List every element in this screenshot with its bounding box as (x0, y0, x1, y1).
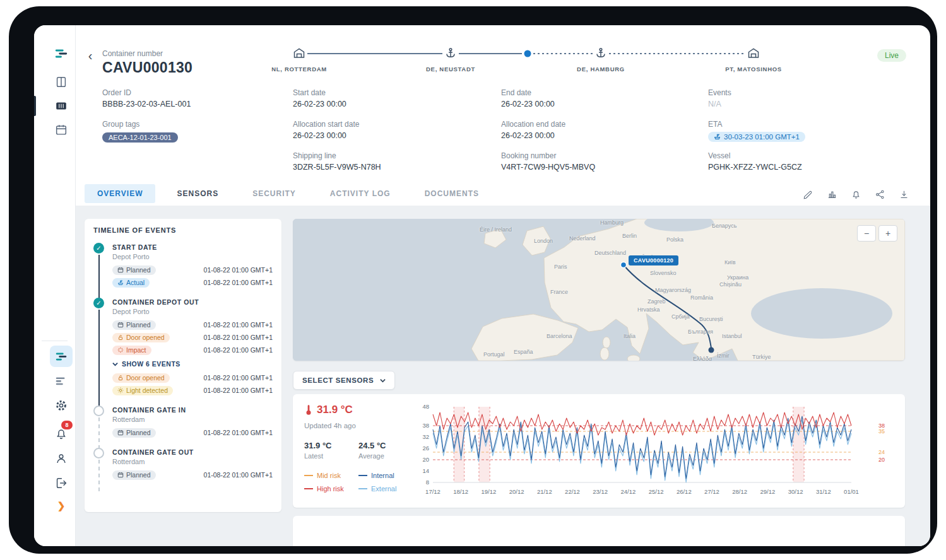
current-position-dot (621, 262, 627, 268)
map-place-label: Zagreb (647, 298, 666, 305)
detail-field: Group tagsAECA-12-01-23-001 (102, 120, 292, 141)
sidebar-item-settings[interactable] (50, 394, 73, 417)
event-date: 01-08-22 01:00 GMT+1 (204, 266, 273, 274)
event-pill-door-opened: Door opened (112, 373, 170, 383)
sidebar-item-containers[interactable] (50, 95, 73, 117)
detail-field: Allocation end date26-02-23 00:00 (501, 120, 690, 141)
legend-label: Mid risk (317, 472, 341, 479)
field-label: Booking number (501, 151, 690, 160)
map-place-label: România (690, 295, 713, 301)
live-badge: Live (877, 49, 906, 62)
route-end-dot (709, 347, 714, 353)
sidebar-item-orders[interactable] (50, 71, 73, 93)
event-row: Planned01-08-22 01:00 GMT+1 (112, 469, 273, 481)
device-frame: 8 ❯ ‹ Container number CAVU000130 NL, RO… (9, 6, 937, 554)
detail-field: End date26-02-23 00:00 (501, 88, 690, 110)
show-events-expander[interactable]: SHOW 6 EVENTS (112, 356, 180, 371)
field-label: Order ID (102, 88, 292, 97)
alerts-button[interactable] (848, 187, 863, 202)
map-place-label: Portugal (483, 351, 505, 358)
event-location: Rotterdam (112, 458, 273, 465)
svg-text:14: 14 (422, 467, 429, 474)
sidebar-item-schedule[interactable] (50, 119, 73, 141)
event-date: 01-08-22 01:00 GMT+1 (204, 471, 273, 479)
list-lines-icon (54, 374, 68, 388)
legend-label: High risk (317, 485, 344, 493)
event-pill-light-detected: Light detected (112, 386, 173, 395)
detail-field: Shipping line3DZR-5L5F-V9W5-N78H (293, 151, 482, 173)
tab-activity-log[interactable]: ACTIVITY LOG (317, 184, 403, 203)
event-row: Impact01-08-22 01:00 GMT+1 (112, 344, 273, 356)
select-sensors-label: SELECT SENSORS (302, 376, 374, 384)
tab-documents[interactable]: DOCUMENTS (412, 184, 492, 203)
sidebar-item-notifications[interactable]: 8 (50, 423, 73, 445)
share-button[interactable] (872, 187, 887, 202)
sidebar-item-workspace-active[interactable] (50, 346, 73, 367)
temperature-sensor-card: 31.9 °C Updated 4h ago 31.9 °C Latest 24… (293, 394, 905, 508)
sidebar-expand-button[interactable]: ❯ (50, 494, 73, 517)
bell-icon (851, 189, 861, 200)
sidebar-rail: 8 ❯ (34, 25, 76, 546)
select-sensors-button[interactable]: SELECT SENSORS (293, 371, 395, 390)
svg-text:18/12: 18/12 (453, 488, 468, 495)
field-value: 3DZR-5L5F-V9W5-N78H (293, 163, 482, 172)
download-button[interactable] (896, 187, 911, 202)
event-pill-planned: Planned (112, 428, 156, 438)
tab-bar: OVERVIEWSENSORSSECURITYACTIVITY LOGDOCUM… (76, 184, 930, 206)
calendar-icon (54, 123, 68, 137)
page-title: CAVU000130 (102, 59, 192, 76)
sidebar-item-logout[interactable] (50, 472, 73, 494)
route-stop-label: NL, ROTTERDAM (271, 66, 327, 73)
svg-text:30/12: 30/12 (788, 488, 803, 495)
edit-button[interactable] (800, 187, 815, 202)
event-location: Depot Porto (112, 253, 273, 260)
pencil-icon (803, 189, 813, 200)
latest-label: Latest (304, 452, 323, 460)
container-icon (54, 99, 68, 113)
tab-list: OVERVIEWSENSORSSECURITYACTIVITY LOGDOCUM… (85, 184, 492, 203)
timeline-title: TIMELINE OF EVENTS (93, 226, 273, 234)
legend-item-external: External (358, 482, 396, 495)
event-pill-planned: Planned (112, 265, 156, 275)
zoom-in-button[interactable]: + (878, 225, 897, 242)
map-place-label: Magyarország (655, 287, 691, 293)
chevron-down-icon (380, 378, 386, 383)
field-value: 26-02-23 00:00 (501, 100, 690, 108)
brand-logo[interactable] (50, 42, 73, 65)
tab-sensors[interactable]: SENSORS (164, 184, 231, 203)
svg-text:24/12: 24/12 (621, 488, 636, 495)
sidebar-item-lists[interactable] (50, 370, 73, 392)
event-pending-icon (93, 448, 104, 458)
back-button[interactable]: ‹ (83, 48, 97, 63)
zoom-out-button[interactable]: − (857, 225, 876, 242)
field-label: ETA (708, 120, 897, 129)
sidebar-item-profile[interactable] (50, 447, 73, 470)
field-label: Start date (293, 88, 482, 97)
tab-overview[interactable]: OVERVIEW (85, 184, 155, 203)
map-place-label: İzmir (717, 353, 730, 359)
legend-item-mid-risk: Mid risk (304, 469, 358, 482)
event-pill-impact: Impact (112, 346, 151, 355)
route-map[interactable]: HamburgÉire / IrelandLondonNederlandBerl… (293, 219, 905, 361)
svg-text:23/12: 23/12 (593, 488, 608, 495)
svg-text:29/12: 29/12 (760, 488, 776, 495)
event-date: 01-08-22 01:00 GMT+1 (204, 429, 273, 436)
workspace-icon (54, 349, 68, 363)
legend-swatch (358, 488, 367, 489)
map-place-label: Italia (624, 333, 636, 339)
event-date: 01-08-22 01:00 GMT+1 (204, 334, 273, 341)
average-value: 24.5 °C (358, 441, 386, 450)
main-content: TIMELINE OF EVENTS ✓START DATEDepot Port… (76, 206, 930, 546)
field-value: 26-02-23 00:00 (293, 100, 482, 108)
app-window: 8 ❯ ‹ Container number CAVU000130 NL, RO… (34, 25, 930, 546)
event-title: CONTAINER GATE IN (112, 405, 273, 415)
map-tooltip: CAVU0000120 (629, 255, 678, 265)
map-zoom-controls: − + (857, 225, 897, 242)
svg-text:22/12: 22/12 (565, 488, 580, 495)
tab-security[interactable]: SECURITY (240, 184, 309, 203)
event-pill-planned: Planned (112, 470, 156, 480)
event-row: Planned01-08-22 01:00 GMT+1 (112, 264, 273, 276)
analytics-button[interactable] (824, 187, 839, 202)
container-number-label: Container number (102, 49, 163, 58)
svg-text:19/12: 19/12 (482, 488, 497, 495)
